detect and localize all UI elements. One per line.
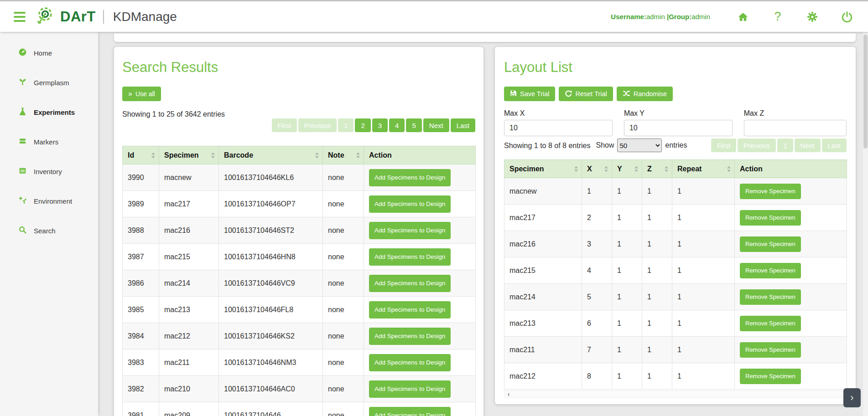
chevron-left-icon[interactable]: ‹: [504, 391, 513, 397]
layout-page-1[interactable]: 1: [777, 139, 793, 152]
cell-x: 1: [582, 178, 612, 205]
max-y-input[interactable]: [624, 120, 733, 136]
save-trial-button[interactable]: Save Trial: [504, 87, 555, 101]
table-header-row: IdSpecimenBarcodeNoteAction: [123, 146, 476, 164]
search-page-4[interactable]: 4: [389, 118, 405, 132]
column-label: Z: [647, 165, 652, 173]
sort-icon: [574, 166, 578, 172]
layout-page-previous[interactable]: Previous: [738, 139, 776, 152]
remove-specimen-button[interactable]: Remove Specimen: [740, 263, 801, 278]
sidebar-item-germplasm[interactable]: Germplasm: [0, 68, 98, 98]
add-specimens-button[interactable]: Add Specimens to Design: [369, 328, 451, 345]
gear-icon[interactable]: [806, 10, 819, 23]
remove-specimen-button[interactable]: Remove Specimen: [740, 342, 801, 358]
search-page-previous[interactable]: Previous: [298, 118, 337, 132]
horizontal-scrollbar[interactable]: ‹: [504, 390, 847, 398]
reset-trial-button[interactable]: Reset Trial: [559, 87, 613, 101]
max-z-input[interactable]: [744, 120, 847, 136]
cell-z: 1: [642, 284, 672, 310]
table-row: 3983mac21110016137104646NM3noneAdd Speci…: [123, 349, 476, 376]
add-specimens-button[interactable]: Add Specimens to Design: [369, 354, 451, 371]
cell-x: 7: [582, 337, 612, 363]
page-scrollbar[interactable]: [863, 32, 868, 416]
layout-column-y[interactable]: Y: [612, 160, 642, 178]
column-label: Note: [328, 151, 344, 159]
username-value: admin: [646, 13, 665, 21]
search-page-2[interactable]: 2: [355, 118, 370, 132]
cell-specimen: mac216: [504, 231, 582, 257]
sidebar-item-label: Markers: [34, 138, 58, 146]
search-page-5[interactable]: 5: [406, 118, 421, 132]
flask-icon: [18, 107, 27, 118]
cell-action: Add Specimens to Design: [364, 191, 476, 217]
help-icon[interactable]: ?: [771, 10, 784, 23]
sidebar-item-label: Germplasm: [34, 79, 69, 87]
table-row: 3990macnew10016137104646KL6noneAdd Speci…: [123, 164, 476, 191]
cell-id: 3986: [123, 270, 159, 297]
entries-label: entries: [665, 141, 687, 149]
power-icon[interactable]: [841, 10, 853, 23]
search-column-id[interactable]: Id: [123, 146, 159, 164]
sidebar-item-label: Search: [34, 227, 56, 235]
add-specimens-button[interactable]: Add Specimens to Design: [369, 222, 451, 239]
cell-z: 1: [642, 178, 672, 205]
max-x-input[interactable]: [504, 120, 613, 136]
column-label: Repeat: [677, 165, 702, 173]
add-specimens-button[interactable]: Add Specimens to Design: [369, 169, 451, 186]
cell-repeat: 1: [672, 205, 735, 231]
layout-column-repeat[interactable]: Repeat: [672, 160, 735, 178]
sidebar-item-home[interactable]: Home: [0, 38, 98, 68]
markers-icon: [18, 137, 27, 147]
cell-action: Add Specimens to Design: [364, 217, 476, 244]
add-specimens-button[interactable]: Add Specimens to Design: [369, 248, 451, 266]
sidebar-item-search[interactable]: Search: [0, 216, 98, 246]
add-specimens-button[interactable]: Add Specimens to Design: [369, 407, 451, 416]
remove-specimen-button[interactable]: Remove Specimen: [740, 184, 801, 199]
layout-page-next[interactable]: Next: [795, 139, 821, 152]
layout-page-last[interactable]: Last: [822, 139, 847, 152]
home-icon[interactable]: [737, 10, 749, 23]
layout-column-z[interactable]: Z: [642, 160, 672, 178]
search-column-specimen[interactable]: Specimen: [159, 146, 219, 164]
randomise-button[interactable]: Randomise: [617, 87, 673, 101]
layout-column-specimen[interactable]: Specimen: [504, 160, 582, 178]
page-size-select[interactable]: 50: [617, 139, 662, 152]
cell-barcode: 10016137104646ST2: [219, 217, 323, 244]
table-row: 3982mac21010016137104646AC0noneAdd Speci…: [123, 376, 476, 402]
scroll-right-button[interactable]: ›: [843, 388, 861, 407]
column-label: Specimen: [164, 151, 199, 159]
search-page-3[interactable]: 3: [372, 118, 388, 132]
search-page-last[interactable]: Last: [451, 118, 475, 132]
search-page-1[interactable]: 1: [338, 118, 353, 132]
search-column-note[interactable]: Note: [323, 146, 364, 164]
add-specimens-button[interactable]: Add Specimens to Design: [369, 380, 451, 398]
cell-specimen: mac214: [504, 284, 582, 310]
layout-page-first[interactable]: First: [711, 139, 736, 152]
max-fields: Max X Max Y Max Z: [504, 109, 847, 136]
cell-action: Remove Specimen: [735, 363, 847, 390]
search-page-first[interactable]: First: [272, 118, 297, 132]
sidebar-item-experiments[interactable]: Experiments: [0, 98, 98, 127]
sidebar-item-markers[interactable]: Markers: [0, 127, 98, 157]
remove-specimen-button[interactable]: Remove Specimen: [740, 236, 801, 252]
scrollbar-thumb[interactable]: [863, 35, 868, 149]
layout-column-x[interactable]: X: [582, 160, 612, 178]
remove-specimen-button[interactable]: Remove Specimen: [740, 210, 801, 226]
cell-barcode: 10016137104646: [219, 402, 323, 416]
page-title: Search Results: [122, 58, 475, 77]
add-specimens-button[interactable]: Add Specimens to Design: [369, 275, 451, 292]
sidebar-item-inventory[interactable]: Inventory: [0, 157, 98, 186]
search-column-barcode[interactable]: Barcode: [219, 146, 323, 164]
cell-barcode: 10016137104646FL8: [219, 297, 323, 323]
sidebar-item-environment[interactable]: Environment: [0, 186, 98, 216]
remove-specimen-button[interactable]: Remove Specimen: [740, 316, 801, 331]
menu-icon[interactable]: [13, 10, 26, 24]
table-row: mac2154111Remove Specimen: [504, 257, 847, 284]
add-specimens-button[interactable]: Add Specimens to Design: [369, 195, 451, 213]
add-specimens-button[interactable]: Add Specimens to Design: [369, 301, 451, 318]
remove-specimen-button[interactable]: Remove Specimen: [740, 369, 801, 384]
brand-divider: [103, 10, 104, 24]
use-all-button[interactable]: » Use all: [122, 87, 161, 101]
search-page-next[interactable]: Next: [423, 118, 449, 132]
remove-specimen-button[interactable]: Remove Specimen: [740, 289, 801, 305]
